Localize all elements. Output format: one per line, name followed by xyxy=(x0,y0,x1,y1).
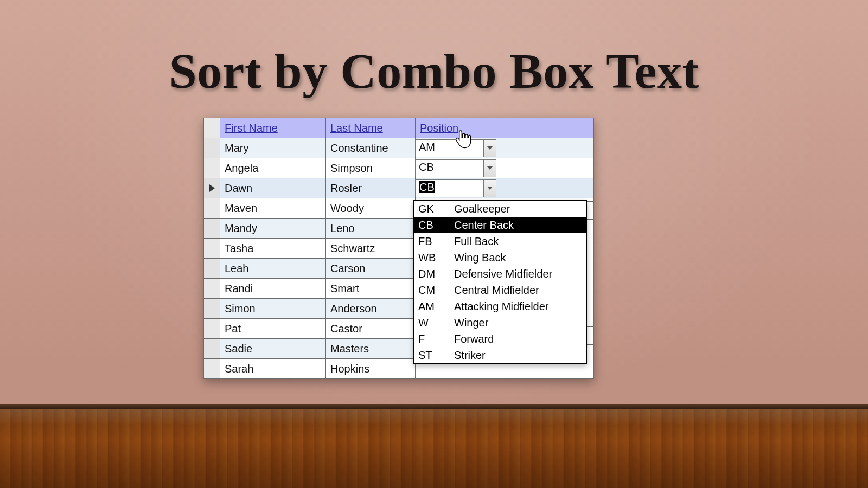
cell-last-name[interactable]: Carson xyxy=(326,259,416,279)
position-combobox-button[interactable] xyxy=(483,179,496,197)
dropdown-option-abbr: FB xyxy=(414,235,452,248)
dropdown-option-name: Attacking Midfielder xyxy=(452,300,586,313)
cell-last-name[interactable]: Schwartz xyxy=(326,239,416,259)
cell-last-name[interactable]: Hopkins xyxy=(326,359,416,379)
cell-first-name[interactable]: Randi xyxy=(220,279,326,299)
dropdown-option[interactable]: FBFull Back xyxy=(414,233,586,249)
dropdown-option-abbr: AM xyxy=(414,300,452,313)
cell-first-name[interactable]: Pat xyxy=(220,319,326,339)
dropdown-option-name: Goalkeeper xyxy=(452,203,586,215)
position-combobox[interactable]: AM xyxy=(415,139,496,157)
dropdown-option[interactable]: DMDefensive Midfielder xyxy=(414,266,586,282)
dropdown-option[interactable]: CMCentral Midfielder xyxy=(414,282,586,298)
cell-first-name[interactable]: Mary xyxy=(220,138,326,158)
row-edge-stub xyxy=(587,255,594,275)
cell-first-name[interactable]: Sadie xyxy=(220,339,326,359)
dropdown-option-abbr: CB xyxy=(414,219,452,232)
dropdown-option-abbr: W xyxy=(414,317,452,329)
dropdown-option-abbr: F xyxy=(414,333,452,345)
position-dropdown-list[interactable]: GKGoalkeeperCBCenter BackFBFull BackWBWi… xyxy=(413,200,587,364)
dropdown-option-name: Central Midfielder xyxy=(452,284,586,297)
cell-first-name[interactable]: Sarah xyxy=(220,359,326,379)
row-edge-stub xyxy=(587,344,594,364)
dropdown-option[interactable]: AMAttacking Midfielder xyxy=(414,298,586,314)
cell-first-name[interactable]: Tasha xyxy=(220,239,326,259)
dropdown-option[interactable]: CBCenter Back xyxy=(414,217,586,233)
position-combobox-input[interactable]: AM xyxy=(415,139,483,157)
record-selector[interactable] xyxy=(204,178,220,198)
dropdown-option[interactable]: WWinger xyxy=(414,314,586,331)
record-selector[interactable] xyxy=(204,219,220,239)
current-record-marker-icon xyxy=(209,184,215,192)
row-edge-stub xyxy=(587,291,594,311)
cell-last-name[interactable]: Woody xyxy=(326,198,416,219)
cell-last-name[interactable]: Smart xyxy=(326,279,416,299)
dropdown-option-abbr: CM xyxy=(414,284,452,297)
dropdown-option-name: Striker xyxy=(452,349,586,362)
row-edge-stub xyxy=(587,309,594,329)
cell-last-name[interactable]: Castor xyxy=(326,319,416,339)
cell-first-name[interactable]: Angela xyxy=(220,158,326,178)
cell-position[interactable]: CB xyxy=(416,178,594,198)
position-combobox[interactable]: CB xyxy=(415,179,496,197)
cell-first-name[interactable]: Simon xyxy=(220,299,326,319)
table-row[interactable]: MaryConstantineAM xyxy=(204,138,594,158)
cell-position[interactable]: AM xyxy=(416,138,594,158)
position-combobox-input[interactable]: CB xyxy=(415,159,483,177)
record-selector[interactable] xyxy=(204,359,220,379)
record-selector[interactable] xyxy=(204,198,220,219)
row-edge-stub xyxy=(587,201,594,221)
header-row: First Name Last Name Position xyxy=(204,118,594,138)
cell-last-name[interactable]: Masters xyxy=(326,339,416,359)
record-selector[interactable] xyxy=(204,279,220,299)
cell-last-name[interactable]: Leno xyxy=(326,219,416,239)
column-header-first-name[interactable]: First Name xyxy=(220,118,326,138)
dropdown-option-abbr: DM xyxy=(414,268,452,280)
row-edge-stub xyxy=(587,273,594,293)
baseboard xyxy=(0,404,868,409)
row-edge-stub xyxy=(587,237,594,257)
record-selector[interactable] xyxy=(204,299,220,319)
cell-last-name[interactable]: Constantine xyxy=(326,138,416,158)
cell-last-name[interactable]: Simpson xyxy=(326,158,416,178)
cell-first-name[interactable]: Mandy xyxy=(220,219,326,239)
column-header-position[interactable]: Position xyxy=(416,118,594,138)
record-selector[interactable] xyxy=(204,138,220,158)
chevron-down-icon xyxy=(487,187,493,190)
record-selector-header xyxy=(204,118,220,138)
position-combobox-button[interactable] xyxy=(483,139,496,157)
position-combobox[interactable]: CB xyxy=(415,159,496,177)
dropdown-option[interactable]: FForward xyxy=(414,331,586,347)
dropdown-option[interactable]: WBWing Back xyxy=(414,249,586,266)
slide-title: Sort by Combo Box Text xyxy=(0,42,868,100)
cell-last-name[interactable]: Anderson xyxy=(326,299,416,319)
cell-first-name[interactable]: Leah xyxy=(220,259,326,279)
dropdown-option[interactable]: STStriker xyxy=(414,347,586,363)
cell-first-name[interactable]: Dawn xyxy=(220,178,326,198)
position-combobox-input[interactable]: CB xyxy=(415,179,483,197)
dropdown-option-abbr: ST xyxy=(414,349,452,362)
dropdown-option-name: Wing Back xyxy=(452,252,586,264)
column-header-last-name[interactable]: Last Name xyxy=(326,118,416,138)
dropdown-option-name: Center Back xyxy=(452,219,586,232)
dropdown-option-name: Winger xyxy=(452,317,586,329)
table-row[interactable]: DawnRoslerCB xyxy=(204,178,594,198)
dropdown-option[interactable]: GKGoalkeeper xyxy=(414,201,586,217)
chevron-down-icon xyxy=(487,166,493,170)
record-selector[interactable] xyxy=(204,259,220,279)
record-selector[interactable] xyxy=(204,158,220,178)
row-edge-stub xyxy=(587,219,594,239)
position-combobox-button[interactable] xyxy=(483,159,496,177)
record-selector[interactable] xyxy=(204,319,220,339)
dropdown-option-name: Full Back xyxy=(452,235,586,248)
cell-last-name[interactable]: Rosler xyxy=(326,178,416,198)
table-row[interactable]: AngelaSimpsonCB xyxy=(204,158,594,178)
cell-position[interactable]: CB xyxy=(416,158,594,178)
dropdown-option-name: Defensive Midfielder xyxy=(452,268,586,280)
dropdown-option-abbr: GK xyxy=(414,203,452,215)
record-selector[interactable] xyxy=(204,239,220,259)
cell-first-name[interactable]: Maven xyxy=(220,198,326,219)
record-selector[interactable] xyxy=(204,339,220,359)
dropdown-option-abbr: WB xyxy=(414,252,452,264)
dropdown-option-name: Forward xyxy=(452,333,586,345)
